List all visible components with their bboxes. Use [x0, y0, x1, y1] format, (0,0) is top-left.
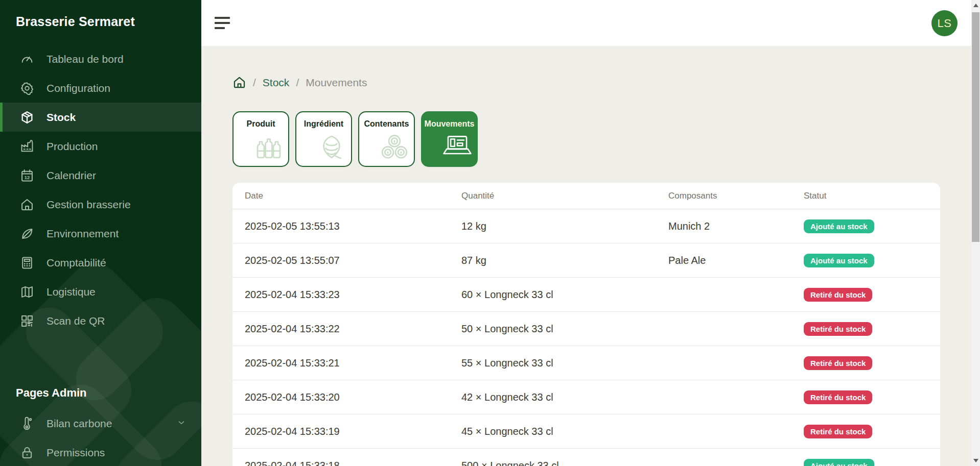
dashboard-icon	[19, 52, 35, 67]
cell-quantity: 42 × Longneck 33 cl	[461, 391, 668, 403]
sidebar-item-environnement[interactable]: Environnement	[0, 219, 201, 248]
cell-quantity: 60 × Longneck 33 cl	[461, 289, 668, 301]
cell-quantity: 500 × Longneck 33 cl	[461, 460, 668, 466]
cell-date: 2025-02-04 15:33:19	[245, 426, 461, 437]
cell-quantity: 87 kg	[461, 255, 668, 266]
table-row[interactable]: 2025-02-04 15:33:1945 × Longneck 33 clRe…	[232, 414, 940, 449]
main-content: / Stock / Mouvements ProduitIngrédientCo…	[201, 46, 971, 466]
table-row[interactable]: 2025-02-04 15:33:2360 × Longneck 33 clRe…	[232, 278, 940, 312]
column-header: Quantité	[461, 191, 668, 201]
cell-date: 2025-02-04 15:33:20	[245, 391, 461, 403]
cell-date: 2025-02-04 15:33:18	[245, 460, 461, 466]
topbar: LS	[201, 0, 971, 46]
column-header: Composants	[668, 191, 804, 201]
status-badge: Ajouté au stock	[804, 219, 874, 233]
cell-date: 2025-02-04 15:33:21	[245, 357, 461, 369]
cell-quantity: 12 kg	[461, 220, 668, 232]
table-row[interactable]: 2025-02-04 15:33:18500 × Longneck 33 clA…	[232, 449, 940, 466]
cell-quantity: 55 × Longneck 33 cl	[461, 357, 668, 369]
status-badge: Retiré du stock	[804, 356, 872, 370]
map-icon	[19, 284, 35, 300]
home-icon	[19, 197, 35, 212]
table-row[interactable]: 2025-02-05 13:55:1312 kgMunich 2Ajouté a…	[232, 209, 940, 243]
hop-icon	[316, 131, 347, 163]
calculator-icon	[19, 255, 35, 271]
sidebar-item-comptabilite[interactable]: Comptabilité	[0, 248, 201, 277]
tab-contenants[interactable]: Contenants	[358, 111, 415, 167]
cell-date: 2025-02-05 13:55:13	[245, 220, 461, 232]
sidebar-item-scan-de-qr[interactable]: Scan de QR	[0, 306, 201, 335]
table-row[interactable]: 2025-02-05 13:55:0787 kgPale AleAjouté a…	[232, 243, 940, 278]
box-icon	[19, 110, 35, 125]
scrollbar-thumb[interactable]	[972, 12, 979, 242]
status-badge: Retiré du stock	[804, 425, 872, 438]
status-badge: Retiré du stock	[804, 390, 872, 404]
status-badge: Ajouté au stock	[804, 459, 874, 466]
sidebar-nav: Tableau de bordConfigurationStockProduct…	[0, 44, 201, 335]
gear-icon	[19, 81, 35, 96]
sidebar-item-production[interactable]: Production	[0, 132, 201, 161]
sidebar: Brasserie Sermaret Tableau de bordConfig…	[0, 0, 201, 466]
factory-icon	[19, 139, 35, 154]
chevron-down-icon	[177, 418, 186, 429]
tab-produit[interactable]: Produit	[232, 111, 289, 167]
vertical-scrollbar[interactable]	[971, 0, 980, 466]
sidebar-item-stock[interactable]: Stock	[0, 103, 201, 132]
table-header-row: DateQuantitéComposantsStatut	[232, 183, 940, 209]
sidebar-item-gestion-brasserie[interactable]: Gestion brasserie	[0, 190, 201, 219]
breadcrumb-separator: /	[253, 77, 256, 89]
breadcrumb-stock[interactable]: Stock	[263, 77, 290, 89]
column-header: Statut	[804, 191, 928, 201]
status-badge: Ajouté au stock	[804, 254, 874, 267]
sidebar-item-calendrier[interactable]: 12Calendrier	[0, 161, 201, 190]
sidebar-item-configuration[interactable]: Configuration	[0, 73, 201, 103]
laptop-icon	[441, 131, 473, 163]
kegs-icon	[379, 131, 410, 163]
column-header: Date	[245, 191, 461, 201]
cell-quantity: 50 × Longneck 33 cl	[461, 323, 668, 335]
calendar-icon: 12	[19, 168, 35, 183]
sidebar-item-logistique[interactable]: Logistique	[0, 277, 201, 306]
status-badge: Retiré du stock	[804, 288, 872, 302]
cell-date: 2025-02-04 15:33:23	[245, 289, 461, 301]
breadcrumb-separator: /	[296, 77, 299, 89]
cell-date: 2025-02-04 15:33:22	[245, 323, 461, 335]
breadcrumb: / Stock / Mouvements	[232, 76, 367, 89]
hamburger-menu-icon[interactable]	[215, 17, 231, 30]
status-badge: Retiré du stock	[804, 322, 872, 336]
table-row[interactable]: 2025-02-04 15:33:2250 × Longneck 33 clRe…	[232, 312, 940, 346]
bottles-icon	[253, 131, 285, 163]
sidebar-item-tableau-de-bord[interactable]: Tableau de bord	[0, 44, 201, 73]
table-row[interactable]: 2025-02-04 15:33:2155 × Longneck 33 clRe…	[232, 346, 940, 380]
tab-ingredient[interactable]: Ingrédient	[295, 111, 352, 167]
stock-tabs: ProduitIngrédientContenantsMouvements	[232, 111, 478, 167]
app-title: Brasserie Sermaret	[0, 0, 201, 29]
cell-date: 2025-02-05 13:55:07	[245, 255, 461, 266]
scroll-up-icon[interactable]	[971, 1, 980, 10]
thermometer-icon	[19, 416, 35, 431]
breadcrumb-mouvements: Mouvements	[306, 77, 367, 89]
table-row[interactable]: 2025-02-04 15:33:2042 × Longneck 33 clRe…	[232, 380, 940, 414]
svg-text:12: 12	[25, 175, 30, 180]
home-icon[interactable]	[232, 76, 246, 89]
sidebar-admin-nav: Bilan carbonePermissions	[0, 409, 201, 466]
avatar[interactable]: LS	[931, 10, 958, 36]
sidebar-item-permissions[interactable]: Permissions	[0, 438, 201, 466]
admin-section-title: Pages Admin	[0, 386, 201, 400]
lock-icon	[19, 445, 35, 460]
cell-quantity: 45 × Longneck 33 cl	[461, 426, 668, 437]
cell-component: Pale Ale	[668, 255, 804, 266]
sidebar-item-bilan-carbone[interactable]: Bilan carbone	[0, 409, 201, 438]
leaf-icon	[19, 226, 35, 241]
qr-icon	[19, 313, 35, 329]
tab-mouvements[interactable]: Mouvements	[421, 111, 478, 167]
movements-table: DateQuantitéComposantsStatut 2025-02-05 …	[232, 183, 940, 466]
table-body: 2025-02-05 13:55:1312 kgMunich 2Ajouté a…	[232, 209, 940, 466]
cell-component: Munich 2	[668, 220, 804, 232]
scroll-down-icon[interactable]	[971, 456, 980, 465]
